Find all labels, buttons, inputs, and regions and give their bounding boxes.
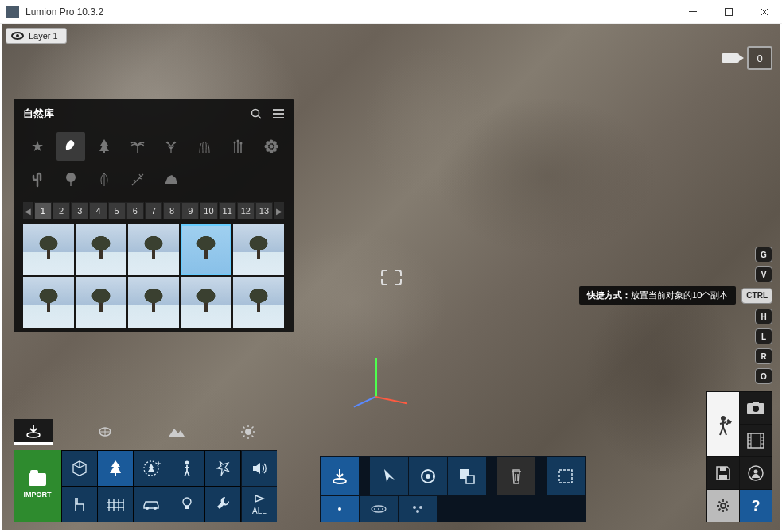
thumb-item[interactable] (76, 224, 126, 275)
svg-point-42 (419, 506, 422, 509)
cat-leaf-icon[interactable] (56, 132, 85, 161)
title-bar: Lumion Pro 10.3.2 (0, 0, 782, 24)
sub-single-icon[interactable] (321, 496, 359, 522)
page-5[interactable]: 5 (108, 202, 126, 219)
tool-fx-icon[interactable] (205, 451, 240, 486)
page-prev-button[interactable]: ◀ (23, 202, 33, 219)
page-2[interactable]: 2 (53, 202, 70, 219)
mode-photo-icon[interactable] (740, 392, 772, 424)
page-7[interactable]: 7 (145, 202, 162, 219)
tool-sound-icon[interactable] (242, 451, 277, 486)
cat-rock-icon[interactable] (157, 165, 185, 194)
cat-baretree-icon[interactable] (157, 132, 185, 161)
toolbar-left: IMPORT + (14, 450, 277, 522)
select-button[interactable] (370, 457, 408, 495)
sub-paint-icon[interactable] (360, 496, 398, 522)
tool-fence-icon[interactable] (98, 487, 133, 522)
tool-chair-icon[interactable] (62, 487, 97, 522)
page-6[interactable]: 6 (126, 202, 144, 219)
cat-palm-icon[interactable] (123, 132, 152, 161)
viewport-3d[interactable]: Layer 1 0 自然库 ★ (2, 24, 780, 530)
tool-cube-icon[interactable] (62, 451, 97, 486)
tab-landscape-icon[interactable] (157, 419, 196, 445)
thumbnail-grid (14, 224, 294, 328)
mode-movie-icon[interactable] (740, 425, 772, 456)
tab-materials-icon[interactable] (85, 419, 125, 445)
cat-branch-icon[interactable] (123, 165, 152, 194)
cat-cactus-icon[interactable] (23, 165, 52, 194)
import-button[interactable]: IMPORT (14, 450, 61, 522)
thumb-item[interactable] (128, 277, 179, 328)
minimize-button[interactable] (675, 0, 710, 24)
svg-point-29 (183, 498, 191, 506)
svg-point-38 (374, 508, 375, 510)
layer-label: Layer 1 (29, 31, 58, 41)
page-8[interactable]: 8 (163, 202, 181, 219)
thumb-item[interactable] (23, 224, 74, 275)
app-title: Lumion Pro 10.3.2 (25, 6, 103, 17)
cat-conifer-icon[interactable] (90, 132, 119, 161)
svg-point-40 (382, 508, 383, 510)
cat-shrub-icon[interactable] (56, 165, 85, 194)
thumb-item-selected[interactable] (181, 224, 231, 275)
page-11[interactable]: 11 (219, 202, 236, 219)
thumb-item[interactable] (128, 224, 179, 275)
mode-save-icon[interactable] (707, 457, 739, 489)
marquee-button[interactable] (547, 457, 585, 495)
cat-star-icon[interactable]: ★ (23, 132, 52, 161)
mode-settings-icon[interactable] (707, 490, 739, 522)
close-button[interactable] (746, 0, 782, 24)
delete-button[interactable] (497, 457, 535, 495)
maximize-button[interactable] (710, 0, 746, 24)
thumb-item[interactable] (76, 277, 126, 328)
tab-weather-icon[interactable] (228, 419, 268, 445)
thumb-item[interactable] (23, 277, 74, 328)
counter-box[interactable]: 0 (747, 46, 772, 70)
sub-cluster-icon[interactable] (399, 496, 437, 522)
place-button[interactable] (321, 457, 359, 495)
mode-360-icon[interactable] (740, 457, 772, 489)
tool-tree-icon[interactable] (98, 451, 133, 486)
page-1[interactable]: 1 (34, 202, 52, 219)
tool-light-icon[interactable] (169, 487, 204, 522)
page-13[interactable]: 13 (255, 202, 273, 219)
key-v: V (755, 266, 772, 282)
cat-grass-icon[interactable] (190, 132, 219, 161)
category-grid: ★ (14, 129, 294, 202)
all-button[interactable]: ALL (242, 487, 277, 522)
page-next-button[interactable]: ▶ (274, 202, 284, 219)
page-10[interactable]: 10 (200, 202, 217, 219)
page-3[interactable]: 3 (71, 202, 88, 219)
page-9[interactable]: 9 (181, 202, 199, 219)
cat-sapling-icon[interactable] (90, 165, 119, 194)
scale-button[interactable] (448, 457, 486, 495)
mode-build-icon[interactable] (707, 392, 739, 456)
tool-car-icon[interactable] (134, 487, 169, 522)
thumb-item[interactable] (233, 224, 284, 275)
thumb-item[interactable] (233, 277, 284, 328)
tool-person-icon[interactable] (169, 451, 204, 486)
svg-rect-1 (725, 8, 732, 15)
cat-flower-icon[interactable] (257, 132, 286, 161)
svg-point-52 (754, 470, 758, 474)
menu-icon[interactable] (273, 109, 284, 118)
svg-point-17 (266, 148, 270, 152)
mode-help-button[interactable]: ? (740, 490, 772, 522)
thumb-item[interactable] (181, 277, 231, 328)
layer-chip[interactable]: Layer 1 (6, 28, 67, 44)
page-4[interactable]: 4 (89, 202, 107, 219)
page-12[interactable]: 12 (237, 202, 255, 219)
camera-icon[interactable] (722, 53, 739, 63)
arrow-icon (254, 494, 265, 503)
svg-point-28 (154, 507, 157, 510)
svg-point-44 (721, 416, 726, 421)
key-h: H (755, 309, 772, 324)
search-icon[interactable] (251, 108, 262, 119)
tool-cluster-icon[interactable]: + (134, 451, 169, 486)
cat-reed-icon[interactable] (224, 132, 252, 161)
svg-rect-6 (103, 151, 105, 153)
tool-utility-icon[interactable] (205, 487, 240, 522)
rotate-button[interactable] (409, 457, 447, 495)
tab-place-icon[interactable] (14, 419, 53, 445)
svg-point-10 (270, 145, 274, 149)
